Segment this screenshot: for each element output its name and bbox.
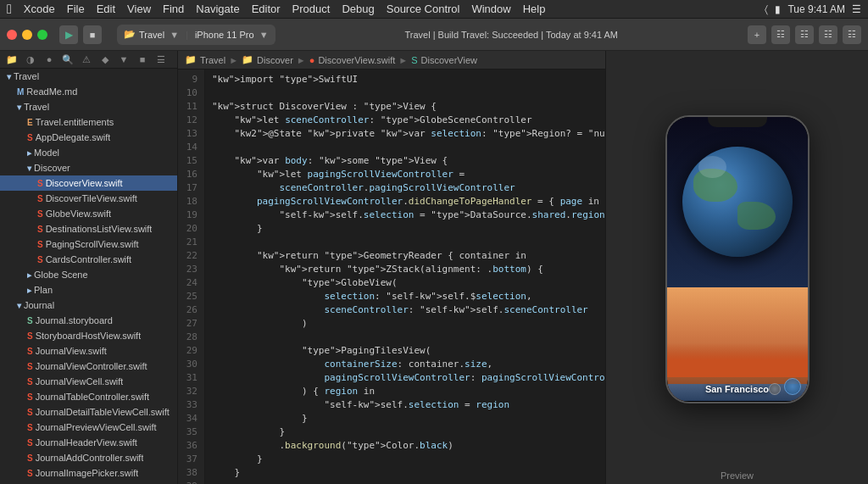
symbol-nav-icon[interactable]: ●	[41, 51, 58, 68]
breakpoint-nav-icon[interactable]: ■	[134, 51, 151, 68]
sidebar-item[interactable]: SJournalPreviewViewCell.swift	[0, 420, 177, 435]
sidebar-item[interactable]: ▸Globe Scene	[0, 267, 177, 282]
menu-source-control[interactable]: Source Control	[381, 3, 465, 15]
debug-nav-icon[interactable]: ▼	[115, 51, 132, 68]
sidebar-item[interactable]: SJournalAddController.swift	[0, 450, 177, 465]
code-line[interactable]: "kw">let sceneController: "type">GlobeSc…	[212, 114, 598, 127]
close-button[interactable]	[7, 30, 17, 40]
search-nav-icon[interactable]: 🔍	[59, 51, 76, 68]
code-line[interactable]	[212, 86, 598, 100]
sidebar-item[interactable]: ▾Journal	[0, 298, 177, 313]
breadcrumb-file[interactable]: DiscoverView.swift	[318, 55, 395, 65]
code-line[interactable]: }	[212, 453, 598, 466]
folder-nav-icon[interactable]: 📁	[3, 51, 20, 68]
menu-find[interactable]: Find	[158, 3, 189, 15]
stop-button[interactable]: ■	[83, 25, 102, 44]
sidebar-item[interactable]: SDiscoverView.swift	[0, 175, 177, 191]
code-line[interactable]: "self-kw">self.selection = region	[212, 398, 598, 412]
code-line[interactable]: sceneController: "self-kw">self.sceneCon…	[212, 303, 598, 317]
code-line[interactable]: }	[212, 426, 598, 439]
apple-menu-icon[interactable]: 	[7, 2, 12, 17]
report-nav-icon[interactable]: ☰	[153, 51, 170, 68]
test-nav-icon[interactable]: ◆	[97, 51, 114, 68]
sidebar-item[interactable]: SGlobeView.swift	[0, 206, 177, 221]
sidebar-item[interactable]: SJournalViewController.swift	[0, 359, 177, 374]
breadcrumb-discover[interactable]: Discover	[257, 55, 293, 65]
code-line[interactable]: "type">GlobeView(	[212, 276, 598, 290]
code-editor[interactable]: 9101112131415161718192021222324252627282…	[178, 70, 605, 484]
code-line[interactable]: .background("type">Color.black)	[212, 439, 598, 453]
sidebar-item[interactable]: SCardsController.swift	[0, 252, 177, 267]
warning-nav-icon[interactable]: ⚠	[78, 51, 95, 68]
sidebar-item[interactable]: SStoryboardHostView.swift	[0, 328, 177, 343]
code-line[interactable]: "kw">return "type">ZStack(alignment: .bo…	[212, 263, 598, 276]
code-line[interactable]: selection: "self-kw">self.$selection,	[212, 290, 598, 303]
sidebar-item[interactable]: SJournalImagePicker.swift	[0, 465, 177, 481]
sidebar-item[interactable]: ▾Discover	[0, 160, 177, 175]
code-line[interactable]: "kw">import "type">SwiftUI	[212, 73, 598, 86]
minimize-button[interactable]	[22, 30, 32, 40]
sidebar-item[interactable]: ▾Travel	[0, 69, 177, 84]
menu-file[interactable]: File	[62, 3, 90, 15]
sidebar-item[interactable]: ETravel.entitlements	[0, 114, 177, 130]
code-line[interactable]: containerSize: container.size,	[212, 358, 598, 371]
phone-control-button2[interactable]	[769, 383, 781, 395]
menu-view[interactable]: View	[122, 3, 156, 15]
phone-control-button[interactable]	[784, 378, 801, 395]
code-line[interactable]: pagingScrollViewController: pagingScroll…	[212, 371, 598, 385]
sidebar-item[interactable]: SJournalHeaderView.swift	[0, 435, 177, 450]
sidebar-item[interactable]: SDiscoverTileView.swift	[0, 191, 177, 206]
code-line[interactable]: }	[212, 412, 598, 426]
sidebar-item[interactable]: SJournalViewCell.swift	[0, 374, 177, 389]
fullscreen-button[interactable]	[37, 30, 47, 40]
breadcrumb-travel[interactable]: Travel	[200, 55, 225, 65]
scheme-selector[interactable]: 📂 Travel ▼ | iPhone 11 Pro ▼	[117, 25, 275, 45]
layout-btn3[interactable]: ☷	[819, 25, 837, 44]
code-line[interactable]: ) { region in	[212, 385, 598, 398]
inspector-btn[interactable]: ☷	[843, 25, 861, 44]
code-line[interactable]	[212, 480, 598, 484]
code-line[interactable]: "kw">let pagingScrollViewController =	[212, 168, 598, 181]
sidebar-item[interactable]: SAppDelegate.swift	[0, 130, 177, 145]
menu-help[interactable]: Help	[518, 3, 551, 15]
menu-product[interactable]: Product	[287, 3, 336, 15]
add-button[interactable]: +	[748, 25, 766, 44]
menu-editor[interactable]: Editor	[247, 3, 286, 15]
sidebar-item[interactable]: SRoundedCornerButton.swift	[0, 481, 177, 484]
code-line[interactable]: "kw">var body: "kw">some "type">View {	[212, 154, 598, 168]
code-line[interactable]: "type">PagingTilesView(	[212, 344, 598, 358]
run-button[interactable]: ▶	[59, 25, 78, 44]
sidebar-item[interactable]: ▸Plan	[0, 282, 177, 298]
code-line[interactable]: sceneController.pagingScrollViewControll…	[212, 181, 598, 195]
layout-btn2[interactable]: ☷	[795, 25, 814, 44]
code-line[interactable]: "kw">return "type">GeometryReader { cont…	[212, 249, 598, 263]
layout-btn1[interactable]: ☷	[771, 25, 790, 44]
breadcrumb-symbol[interactable]: DiscoverView	[421, 55, 477, 65]
menu-window[interactable]: Window	[466, 3, 515, 15]
menu-debug[interactable]: Debug	[337, 3, 379, 15]
code-content[interactable]: "kw">import "type">SwiftUI "kw">struct D…	[205, 70, 605, 484]
sidebar-item[interactable]: ▸Model	[0, 145, 177, 160]
sidebar-item[interactable]: SDestinationsListView.swift	[0, 221, 177, 236]
code-line[interactable]: "kw2">@State "kw">private "kw">var selec…	[212, 127, 598, 141]
code-line[interactable]	[212, 236, 598, 249]
sidebar-item[interactable]: SPagingScrollView.swift	[0, 236, 177, 252]
sidebar-item[interactable]: SJournalTableController.swift	[0, 389, 177, 404]
source-control-nav-icon[interactable]: ◑	[22, 51, 39, 68]
sidebar-item[interactable]: SJournalView.swift	[0, 343, 177, 359]
code-line[interactable]: "self-kw">self.selection = "type">DataSo…	[212, 209, 598, 222]
code-line[interactable]	[212, 141, 598, 154]
menu-xcode[interactable]: Xcode	[19, 3, 60, 15]
sidebar-item[interactable]: ▾Travel	[0, 99, 177, 114]
menu-edit[interactable]: Edit	[92, 3, 120, 15]
sidebar-item[interactable]: SJournalDetailTableViewCell.swift	[0, 404, 177, 420]
search-icon[interactable]: ☰	[852, 3, 861, 15]
code-line[interactable]: }	[212, 466, 598, 480]
sidebar-item[interactable]: SJournal.storyboard	[0, 313, 177, 328]
code-line[interactable]	[212, 331, 598, 344]
sidebar-item[interactable]: MReadMe.md	[0, 84, 177, 99]
code-line[interactable]: }	[212, 222, 598, 236]
menu-navigate[interactable]: Navigate	[191, 3, 244, 15]
code-line[interactable]: "kw">struct DiscoverView : "type">View {	[212, 100, 598, 114]
code-line[interactable]: pagingScrollViewController.didChangeToPa…	[212, 195, 598, 209]
